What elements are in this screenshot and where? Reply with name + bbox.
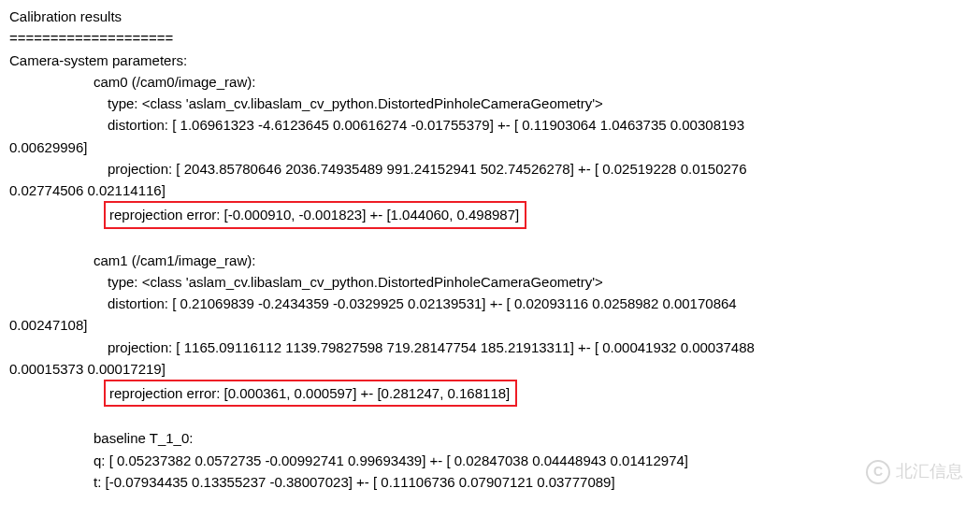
subtitle: Camera-system parameters:: [9, 50, 971, 71]
cam1-distortion-row1: distortion: [ 0.21069839 -0.2434359 -0.0…: [9, 293, 971, 314]
separator-line: ====================: [9, 27, 971, 49]
baseline-q: q: [ 0.05237382 0.0572735 -0.00992741 0.…: [9, 450, 971, 471]
cam0-distortion-row1: distortion: [ 1.06961323 -4.6123645 0.00…: [9, 114, 971, 136]
blank-line: [9, 229, 971, 250]
cam1-name: cam1 (/cam1/image_raw):: [9, 250, 971, 271]
baseline-title: baseline T_1_0:: [9, 427, 971, 449]
cam1-reprojection-wrapper: reprojection error: [0.000361, 0.000597]…: [9, 380, 971, 407]
cam1-projection-row2: 0.00015373 0.00017219]: [9, 358, 971, 380]
cam0-reprojection-error: reprojection error: [-0.000910, -0.00182…: [104, 201, 526, 228]
cam0-name: cam0 (/cam0/image_raw):: [9, 71, 971, 93]
cam1-reprojection-error: reprojection error: [0.000361, 0.000597]…: [104, 380, 517, 407]
cam1-type: type: <class 'aslam_cv.libaslam_cv_pytho…: [9, 271, 971, 293]
cam1-projection-row1: projection: [ 1165.09116112 1139.7982759…: [9, 337, 971, 358]
cam0-type: type: <class 'aslam_cv.libaslam_cv_pytho…: [9, 93, 971, 114]
cam0-projection-row1: projection: [ 2043.85780646 2036.7493548…: [9, 158, 971, 180]
blank-line-2: [9, 407, 971, 427]
baseline-t: t: [-0.07934435 0.13355237 -0.38007023] …: [9, 471, 971, 493]
cam0-reprojection-wrapper: reprojection error: [-0.000910, -0.00182…: [9, 201, 971, 228]
cam0-projection-row2: 0.02774506 0.02114116]: [9, 180, 971, 201]
cam1-distortion-row2: 0.00247108]: [9, 314, 971, 336]
calibration-title: Calibration results: [9, 6, 971, 27]
cam0-distortion-row2: 0.00629996]: [9, 136, 971, 158]
